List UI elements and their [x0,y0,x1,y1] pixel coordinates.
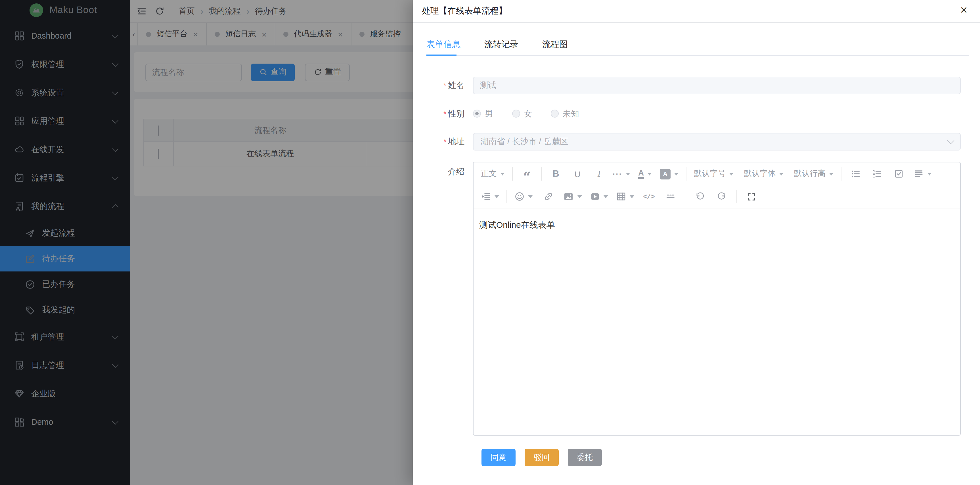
close-icon[interactable]: × [960,4,967,16]
tab-form-info[interactable]: 表单信息 [426,33,460,56]
radio-male[interactable]: 男 [473,108,493,119]
tab-flow-records[interactable]: 流转记录 [484,33,519,56]
bold-icon[interactable]: B [547,166,565,181]
tab-flow-diagram[interactable]: 流程图 [542,33,568,56]
caret-down-icon [674,172,678,178]
delegate-button[interactable]: 委托 [568,448,602,466]
form-row-name: *姓名 [413,77,980,94]
align-dropdown[interactable] [912,166,934,181]
toolbar-divider [841,167,842,181]
caret-down-icon [779,172,784,178]
tabs-baseline [426,55,969,56]
form-row-gender: *性别 男 女 未知 [413,106,980,121]
image-dropdown[interactable] [562,189,584,204]
caret-down-icon [829,172,834,178]
toolbar-row-1: 正文 “ B U I ··· A A 默认 [474,162,960,185]
caret-down-icon [578,195,582,200]
gender-radio-group: 男 女 未知 [473,106,961,121]
toolbar-divider [506,190,507,203]
todo-list-icon[interactable] [890,166,907,181]
drawer-tabs: 表单信息 流转记录 流程图 [413,33,980,56]
redo-icon[interactable] [714,189,731,204]
font-size-dropdown[interactable]: 默认字号 [692,166,735,181]
address-cascader[interactable]: 湖南省 / 长沙市 / 岳麓区 [473,133,961,151]
caret-down-icon [927,172,932,178]
bg-color-dropdown[interactable]: A [658,166,680,181]
editor-toolbar: 正文 “ B U I ··· A A 默认 [474,162,960,208]
radio-unselected-icon [512,110,520,118]
table-dropdown[interactable] [614,189,636,204]
drawer-title: 处理【在线表单流程】 [422,6,507,16]
radio-unknown[interactable]: 未知 [551,108,579,119]
process-drawer: 处理【在线表单流程】 × 表单信息 流转记录 流程图 *姓名 *性别 [413,0,980,485]
radio-female[interactable]: 女 [512,108,532,119]
editor-content[interactable]: 测试Online在线表单 [474,208,960,435]
name-field[interactable] [473,77,961,94]
toolbar-row-2: </> [474,185,960,208]
toolbar-divider [685,190,685,203]
emoji-dropdown[interactable] [513,189,534,204]
drawer-actions: 同意 驳回 委托 [413,448,980,466]
process-form: *姓名 *性别 男 女 [413,56,980,466]
font-color-dropdown[interactable]: A [636,166,654,181]
underline-icon[interactable]: U [569,166,586,181]
toolbar-divider [737,190,737,203]
chevron-down-icon [947,137,954,144]
caret-down-icon [630,195,634,200]
approve-button[interactable]: 同意 [482,448,515,466]
required-asterisk: * [444,109,446,118]
video-dropdown[interactable] [588,189,610,204]
caret-down-icon [626,172,630,178]
indent-dropdown[interactable] [479,189,501,204]
form-row-intro: 介绍 正文 “ B U I ··· [413,162,980,436]
caret-down-icon [528,195,533,200]
radio-selected-icon [473,110,481,118]
reject-button[interactable]: 驳回 [525,448,559,466]
code-block-icon[interactable]: </> [641,189,657,204]
caret-down-icon [729,172,733,178]
toolbar-divider [686,167,686,181]
rich-text-editor: 正文 “ B U I ··· A A 默认 [473,162,961,436]
more-styles-dropdown[interactable]: ··· [611,166,632,181]
drawer-header: 处理【在线表单流程】 [413,0,980,23]
required-asterisk: * [444,137,446,146]
line-height-dropdown[interactable]: 默认行高 [792,166,835,181]
paragraph-style-dropdown[interactable]: 正文 [479,166,506,181]
toolbar-divider [512,167,513,181]
form-row-address: *地址 湖南省 / 长沙市 / 岳麓区 [413,133,980,151]
screen: Maku Boot Dashboard 权限管理 系统设置 应用管理 [0,0,980,485]
fullscreen-icon[interactable] [743,189,760,204]
caret-down-icon [500,172,505,178]
radio-unselected-icon [551,110,559,118]
undo-icon[interactable] [691,189,708,204]
quote-icon[interactable]: “ [519,170,535,184]
active-tab-indicator [426,54,457,56]
caret-down-icon [603,195,608,200]
required-asterisk: * [444,81,446,90]
font-family-dropdown[interactable]: 默认字体 [742,166,785,181]
divider-block-icon[interactable] [662,189,679,204]
ordered-list-icon[interactable] [869,166,886,181]
caret-down-icon [495,195,499,200]
bullet-list-icon[interactable] [847,166,864,181]
italic-icon[interactable]: I [590,166,608,181]
caret-down-icon [647,172,652,178]
link-icon[interactable] [540,189,557,204]
toolbar-divider [541,167,542,181]
